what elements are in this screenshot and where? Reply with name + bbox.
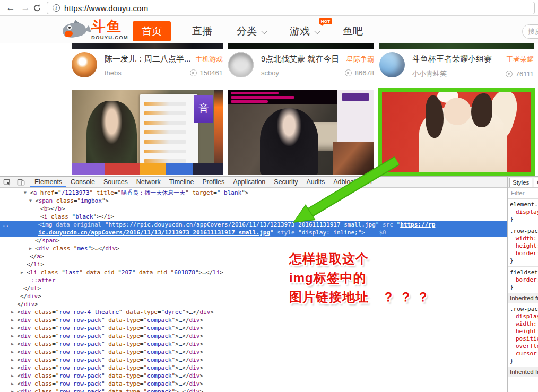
twisty-collapsed-icon[interactable]: ▶ xyxy=(11,380,17,388)
dom-tree-node[interactable]: ::after xyxy=(0,276,507,284)
reload-button[interactable] xyxy=(33,4,41,12)
twisty-collapsed-icon[interactable]: ▶ xyxy=(11,324,17,332)
stream-list-item[interactable]: 斗鱼杯王者荣耀小组赛王者荣耀小小青蛙笑76111 xyxy=(379,51,534,84)
search-input[interactable]: 搜房 xyxy=(522,24,538,39)
css-property: height: xyxy=(510,328,538,335)
dom-tree-node[interactable]: </div> xyxy=(0,292,507,300)
dom-tree-node[interactable]: ▶<div class="row row-pack" data-type="co… xyxy=(0,372,507,380)
streamer-avatar[interactable] xyxy=(379,52,405,77)
devtools-tab-console[interactable]: Console xyxy=(66,177,99,187)
page-info-icon[interactable]: i xyxy=(53,4,60,12)
dom-tree-node[interactable]: ▶<div class="row row-pack" data-type="co… xyxy=(0,388,507,392)
stream-title[interactable]: 斗鱼杯王者荣耀小组赛 xyxy=(412,54,502,64)
devtools-tab-application[interactable]: Application xyxy=(229,177,270,187)
overflow-dots[interactable]: .. xyxy=(2,221,9,229)
twisty-collapsed-icon[interactable]: ▶ xyxy=(11,356,17,364)
devtools-tab-security[interactable]: Security xyxy=(270,177,302,187)
styles-tab-computed[interactable]: Computed xyxy=(534,178,538,187)
twisty-collapsed-icon[interactable]: ▶ xyxy=(11,340,17,348)
css-property: cursor: xyxy=(510,350,538,358)
fish-logo-icon xyxy=(62,19,89,41)
dom-tree-node[interactable]: </ul> xyxy=(0,284,507,292)
css-selector: .row-pack { xyxy=(510,228,538,235)
device-toolbar-icon[interactable] xyxy=(14,177,28,187)
inspect-element-icon[interactable] xyxy=(0,177,14,187)
dom-tree-node[interactable]: ▶<div class="row row-pack" data-type="co… xyxy=(0,348,507,356)
dom-tree-node[interactable]: ▶<div class="row row-pack" data-type="co… xyxy=(0,380,507,388)
selected-img-node[interactable]: ..<img data-original="https://rpic.douyu… xyxy=(0,221,507,237)
twisty-collapsed-icon[interactable]: ▶ xyxy=(11,308,17,316)
dom-tree-node[interactable]: ▶<div class="row row-pack" data-type="co… xyxy=(0,364,507,372)
nav-item-鱼吧[interactable]: 鱼吧 xyxy=(343,24,363,38)
dom-tree-node[interactable]: </span> xyxy=(0,237,507,245)
thumbnail-strip[interactable] xyxy=(379,43,534,49)
styles-filter-input[interactable]: Filter xyxy=(508,188,538,199)
search-placeholder: 搜房 xyxy=(528,27,538,37)
dom-tree-node[interactable]: ▶<div class="mes">…</div> xyxy=(0,245,507,252)
css-rule[interactable]: element.style {display:} xyxy=(508,199,538,225)
devtools-tab-timeline[interactable]: Timeline xyxy=(165,177,198,187)
dom-tree-node[interactable]: ▶<div class="row row-4 theatre" data-typ… xyxy=(0,308,507,316)
dom-tree-node[interactable]: ▶<div class="row row-pack" data-type="co… xyxy=(0,324,507,332)
twisty-collapsed-icon[interactable]: ▶ xyxy=(11,364,17,372)
twisty-collapsed-icon[interactable]: ▶ xyxy=(11,332,17,340)
dom-tree-node[interactable]: </a> xyxy=(0,252,507,260)
twisty-collapsed-icon[interactable]: ▶ xyxy=(29,245,35,252)
forward-button[interactable]: → xyxy=(19,2,32,14)
devtools-tab-sources[interactable]: Sources xyxy=(99,177,132,187)
stream-thumbnail-1[interactable]: 音 xyxy=(72,90,223,175)
stream-category[interactable]: 王者荣耀 xyxy=(506,55,534,64)
dom-tree-node[interactable]: </div> xyxy=(0,300,507,308)
twisty-collapsed-icon[interactable]: ▶ xyxy=(11,372,17,380)
devtools-tab-audits[interactable]: Audits xyxy=(302,177,329,187)
dom-tree-node[interactable]: <b></b> xyxy=(0,205,507,213)
thumbnail-art xyxy=(140,94,198,170)
dom-tree-node[interactable]: </li> xyxy=(0,260,507,268)
css-rule[interactable]: fieldset {border:} xyxy=(508,267,538,293)
stream-thumbnail-highlighted[interactable] xyxy=(378,88,535,176)
devtools-tab-elements[interactable]: Elements xyxy=(30,177,66,187)
css-rule[interactable]: .row-pack {display:width:height:position… xyxy=(508,303,538,367)
devtools-tab-network[interactable]: Network xyxy=(132,177,165,187)
stream-category[interactable]: 主机游戏 xyxy=(195,55,223,64)
dom-tree-node[interactable]: ▶<div class="row row-pack" data-type="co… xyxy=(0,316,507,324)
dom-tree-node[interactable]: ▶<div class="row row-pack" data-type="co… xyxy=(0,356,507,364)
twisty-collapsed-icon[interactable]: ▶ xyxy=(11,388,17,392)
stream-title[interactable]: 9点北伐艾蒙 就在今日 xyxy=(261,54,342,64)
twisty-expanded-icon[interactable]: ▼ xyxy=(29,197,35,205)
streamer-avatar[interactable] xyxy=(228,52,254,77)
stream-category[interactable]: 星际争霸 xyxy=(346,55,374,64)
devtools-panel: ElementsConsoleSourcesNetworkTimelinePro… xyxy=(0,176,538,392)
url-text[interactable]: https://www.douyu.com xyxy=(64,4,148,13)
dom-tree-node[interactable]: ▼<span class="imgbox"> xyxy=(0,197,507,205)
url-bar[interactable]: i https://www.douyu.com xyxy=(47,2,535,14)
douyu-logo[interactable]: 斗鱼 DOUYU.COM xyxy=(62,19,128,41)
dom-tree-node[interactable]: ▼<a href="/1213973" title="喵香良：播一天休息一天" … xyxy=(0,189,507,197)
twisty-collapsed-icon[interactable]: ▶ xyxy=(11,316,17,324)
back-button[interactable]: ← xyxy=(4,2,17,14)
twisty-expanded-icon[interactable]: ▼ xyxy=(24,189,30,197)
devtools-toolbar: ElementsConsoleSourcesNetworkTimelinePro… xyxy=(0,177,507,188)
dom-tree-node[interactable]: ▶<li class="last" data-cid="207" data-ri… xyxy=(0,268,507,276)
nav-item-直播[interactable]: 直播 xyxy=(192,24,212,38)
dom-tree-node[interactable]: ▶<div class="row row-pack" data-type="co… xyxy=(0,340,507,348)
stream-list-item[interactable]: 陈一发儿：周二八点半...主机游戏thebs150461 xyxy=(72,51,223,84)
streamer-avatar[interactable] xyxy=(72,52,97,77)
devtools-tab-profiles[interactable]: Profiles xyxy=(198,177,229,187)
stream-thumbnail-2[interactable] xyxy=(228,90,374,175)
stream-list-item[interactable]: 9点北伐艾蒙 就在今日星际争霸scboy86678 xyxy=(228,51,374,84)
thumbnail-strip[interactable] xyxy=(72,43,223,49)
thumbnail-art xyxy=(333,142,374,175)
nav-item-分类[interactable]: 分类 xyxy=(237,24,265,38)
twisty-collapsed-icon[interactable]: ▶ xyxy=(11,348,17,356)
dom-tree-node[interactable]: <i class="black"></i> xyxy=(0,213,507,221)
twisty-collapsed-icon[interactable]: ▶ xyxy=(21,268,27,276)
dom-tree-node[interactable]: ▶<div class="row row-pack" data-type="co… xyxy=(0,332,507,340)
stream-title[interactable]: 陈一发儿：周二八点半... xyxy=(105,54,191,64)
styles-tab-styles[interactable]: Styles xyxy=(509,178,532,187)
thumbnail-strip[interactable] xyxy=(228,43,374,49)
devtools-tab-adblock-plus[interactable]: Adblock Plus xyxy=(329,177,376,187)
nav-item-首页[interactable]: 首页 xyxy=(133,21,171,41)
nav-item-游戏[interactable]: 游戏HOT xyxy=(290,24,318,38)
css-rule[interactable]: .row-pack {width:height:border:} xyxy=(508,225,538,267)
